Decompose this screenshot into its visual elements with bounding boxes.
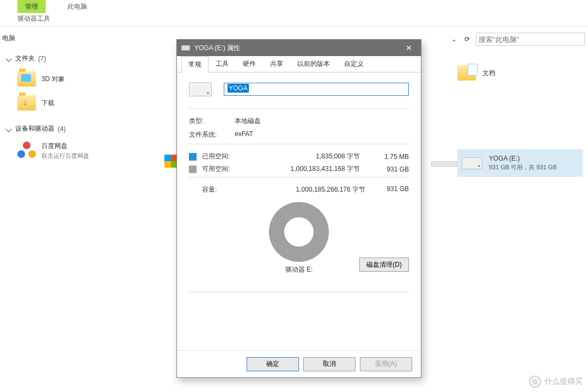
drive-capacity-text: 931 GB 可用，共 931 GB — [489, 163, 557, 171]
usage-pie-chart — [269, 202, 329, 262]
divider — [189, 177, 409, 177]
ribbon-tab-thispc[interactable]: 此电脑 — [60, 0, 95, 13]
free-space-hr: 931 GB — [376, 166, 409, 173]
content-right-column: 文档 YOGA (E:) 931 GB 可用，共 931 GB — [457, 65, 583, 177]
filesystem-label: 文件系统: — [189, 130, 235, 139]
divider — [189, 292, 409, 292]
ribbon-subtab-drivetools[interactable]: 驱动器工具 — [17, 14, 50, 23]
tree-item-sublabel: 双击运行百度网盘 — [41, 152, 89, 160]
tree-item-3dobjects[interactable]: 3D 对象 — [7, 69, 148, 89]
close-icon[interactable]: ✕ — [401, 42, 416, 53]
disk-cleanup-button[interactable]: 磁盘清理(D) — [359, 258, 409, 272]
drive-icon — [462, 157, 482, 169]
tree-item-baidu[interactable]: 百度网盘 双击运行百度网盘 — [7, 139, 148, 162]
windows-logo-icon — [164, 155, 177, 168]
tree-item-label: 百度网盘 — [41, 142, 89, 151]
tree-item-downloads[interactable]: 下载 — [7, 93, 148, 113]
documents-folder-icon — [457, 65, 476, 81]
free-space-bytes: 1,000,183,431,168 字节 — [246, 164, 371, 174]
tree-header-count: (7) — [38, 55, 46, 63]
ok-button[interactable]: 确定 — [247, 357, 299, 371]
dialog-body: YOGA 类型:本地磁盘 文件系统:exFAT 已用空间: 1,835,008 … — [177, 72, 421, 350]
tree-group-folders: 文件夹 (7) 3D 对象 下载 — [7, 52, 148, 113]
capacity-bar — [431, 161, 457, 167]
cancel-button[interactable]: 取消 — [303, 357, 356, 371]
folder-label: 文档 — [482, 69, 495, 78]
drive-icon — [189, 82, 212, 96]
tree-group-devices: 设备和驱动器 (4) 百度网盘 双击运行百度网盘 — [7, 122, 148, 162]
used-space-swatch — [189, 153, 197, 161]
used-space-label: 已用空间: — [202, 152, 240, 161]
folder-3d-icon — [17, 71, 36, 87]
tree-item-label: 3D 对象 — [41, 75, 65, 84]
chevron-down-icon — [5, 56, 11, 62]
volume-name-input[interactable]: YOGA — [224, 83, 409, 96]
ribbon: 管理 此电脑 驱动器工具 — [0, 0, 588, 26]
tree-header-label: 文件夹 — [15, 54, 35, 63]
folder-downloads-icon — [17, 95, 36, 111]
nav-tree: 文件夹 (7) 3D 对象 下载 设备和驱动器 (4) 百度网盘 双击运行百度网… — [7, 52, 148, 172]
divider — [189, 144, 409, 144]
search-input[interactable] — [476, 33, 585, 46]
used-space-hr: 1.75 MB — [376, 153, 409, 161]
capacity-label: 容量: — [189, 185, 240, 194]
chevron-down-icon — [5, 126, 11, 132]
tab-custom[interactable]: 自定义 — [337, 56, 371, 72]
free-space-swatch — [189, 166, 197, 173]
type-label: 类型: — [189, 117, 235, 126]
tree-header-count: (4) — [58, 125, 66, 133]
tab-hardware[interactable]: 硬件 — [236, 56, 263, 72]
apply-button[interactable]: 应用(A) — [360, 357, 412, 371]
tab-general[interactable]: 常规 — [181, 56, 209, 72]
dialog-title: YOGA (E:) 属性 — [194, 44, 240, 53]
drive-name: YOGA (E:) — [489, 155, 557, 162]
breadcrumb[interactable]: 电脑 — [2, 34, 15, 43]
drive-yoga-e[interactable]: YOGA (E:) 931 GB 可用，共 931 GB — [457, 149, 583, 177]
tree-header-devices[interactable]: 设备和驱动器 (4) — [7, 122, 148, 135]
refresh-icon[interactable]: ⟳ — [462, 34, 473, 45]
folder-documents[interactable]: 文档 — [457, 65, 583, 81]
address-dropdown-icon[interactable]: ⌄ — [449, 34, 460, 45]
dialog-titlebar[interactable]: YOGA (E:) 属性 ✕ — [177, 40, 421, 56]
tab-previous[interactable]: 以前的版本 — [290, 56, 337, 72]
tree-header-folders[interactable]: 文件夹 (7) — [7, 52, 148, 65]
tree-item-label: 下载 — [41, 99, 54, 108]
dialog-tabs: 常规 工具 硬件 共享 以前的版本 自定义 — [177, 56, 421, 72]
tree-header-label: 设备和驱动器 — [15, 124, 54, 133]
ribbon-tab-manage[interactable]: 管理 — [17, 0, 46, 13]
filesystem-value: exFAT — [235, 130, 409, 139]
baidu-netdisk-icon — [17, 142, 36, 160]
drive-icon — [181, 45, 190, 51]
watermark-text: 什么值得买 — [544, 377, 583, 387]
capacity-hr: 931 GB — [376, 185, 409, 194]
watermark: 值 什么值得买 — [529, 376, 583, 388]
type-value: 本地磁盘 — [235, 117, 409, 126]
free-space-label: 可用空间: — [202, 164, 240, 174]
dialog-footer: 确定 取消 应用(A) — [177, 350, 421, 377]
tab-tools[interactable]: 工具 — [209, 56, 236, 72]
used-space-bytes: 1,835,008 字节 — [246, 152, 371, 161]
tab-sharing[interactable]: 共享 — [263, 56, 290, 72]
capacity-bytes: 1,000,185,266,176 字节 — [240, 185, 376, 194]
watermark-badge-icon: 值 — [529, 376, 541, 388]
divider — [189, 108, 409, 109]
properties-dialog: YOGA (E:) 属性 ✕ 常规 工具 硬件 共享 以前的版本 自定义 YOG… — [176, 39, 421, 378]
